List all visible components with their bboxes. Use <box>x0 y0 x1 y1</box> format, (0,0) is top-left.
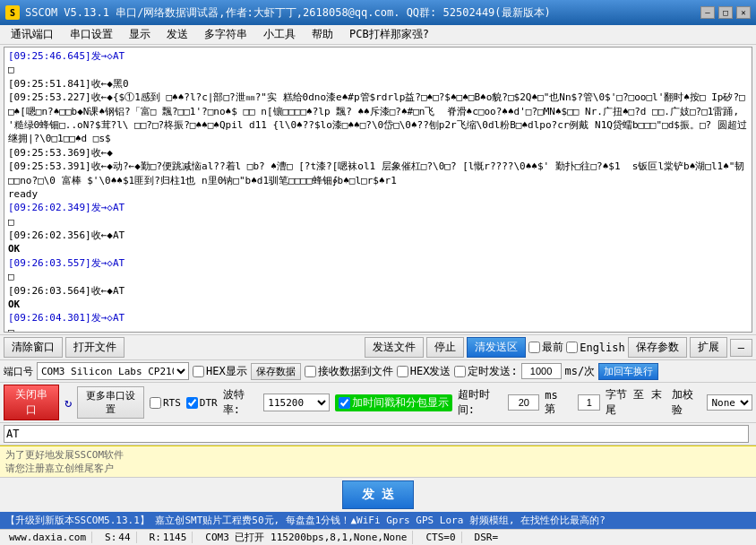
more-settings-button[interactable]: 更多串口设置 <box>77 386 143 419</box>
close-button[interactable]: ✕ <box>736 6 751 19</box>
terminal-line: OK <box>8 298 748 311</box>
terminal-line: ready <box>8 187 748 201</box>
page-input[interactable] <box>578 394 600 411</box>
terminal-line: [09:26:02.356]收←◆AT <box>8 229 748 242</box>
terminal-line: OK <box>8 242 748 255</box>
clear-window-button[interactable]: 清除窗口 <box>4 337 63 358</box>
menu-bar: 通讯端口串口设置显示发送多字符串小工具帮助PCB打样那家强? <box>0 25 756 45</box>
timed-send-checkbox[interactable] <box>454 366 466 377</box>
send-input-row <box>0 423 756 446</box>
terminal-line: □ <box>8 270 748 283</box>
terminal-line: [09:25:53.227]收←◆{$①1感到 □♠♠?l?c|部□?泄㎜?"… <box>8 91 748 146</box>
menu-item-[interactable]: 小工具 <box>256 25 303 44</box>
title-left: S SSCOM V5.13.1 串口/网络数据调试器,作者:大虾丁丁,26180… <box>5 5 551 21</box>
newline-button[interactable]: 加回车换行 <box>598 363 658 380</box>
menu-item-[interactable]: 显示 <box>122 25 158 44</box>
hex-send-label[interactable]: HEX发送 <box>397 364 451 379</box>
save-params-button[interactable]: 保存参数 <box>628 337 687 358</box>
hex-send-checkbox[interactable] <box>397 366 408 377</box>
terminal-line: [09:25:46.645]发→◇AT <box>8 49 748 63</box>
upgrade-text: 【升级到新版本SSCOM5.13.1】 嘉立创SMT贴片工程费50元, 每盘盘1… <box>5 514 606 527</box>
recv-file-label[interactable]: 接收数据到文件 <box>305 364 393 379</box>
terminal-output[interactable]: [09:25:46.645]发→◇AT□[09:25:51.841]收←◆黑0[… <box>4 47 752 333</box>
front-checkbox-label[interactable]: 最前 <box>528 340 563 355</box>
hex-display-label[interactable]: HEX显示 <box>193 364 247 379</box>
timeout-input[interactable] <box>508 394 539 411</box>
dtr-checkbox[interactable] <box>186 397 198 409</box>
open-file-button[interactable]: 打开文件 <box>65 337 125 358</box>
connect-button[interactable]: 关闭串口 <box>4 385 59 420</box>
menu-item-[interactable]: 串口设置 <box>63 25 120 44</box>
dtr-label[interactable]: DTR <box>186 397 218 409</box>
timeout-unit: ms 第 <box>545 389 572 417</box>
hex-display-checkbox[interactable] <box>193 366 204 377</box>
english-checkbox[interactable] <box>566 342 578 353</box>
save-data-button[interactable]: 保存数据 <box>251 363 301 380</box>
english-checkbox-label[interactable]: English <box>566 342 625 354</box>
window-controls: — □ ✕ <box>700 6 751 19</box>
terminal-line: □ <box>8 215 748 229</box>
baud-label: 波特率: <box>223 387 259 418</box>
stop-button[interactable]: 停止 <box>426 337 464 358</box>
terminal-line: [09:25:53.369]收←◆ <box>8 146 748 160</box>
send-button[interactable]: 发 送 <box>342 480 414 509</box>
page-unit: 字节 至 末尾 <box>606 387 666 418</box>
menu-item-[interactable]: 多字符串 <box>197 25 254 44</box>
rts-label[interactable]: RTS <box>150 397 181 409</box>
timestamp-checkbox[interactable] <box>339 397 350 409</box>
app-title: SSCOM V5.13.1 串口/网络数据调试器,作者:大虾丁丁,2618058… <box>25 5 551 21</box>
recv-count-status: R: 1145 <box>144 532 193 543</box>
menu-item-pcb[interactable]: PCB打样那家强? <box>342 25 436 44</box>
app-icon: S <box>5 5 20 20</box>
checksum-label: 加校验 <box>672 387 701 418</box>
menu-item-[interactable]: 帮助 <box>305 25 340 44</box>
terminal-line: [09:25:53.391]收←◆动?←◆勤□?便跳减恼al??着l □b? ♠… <box>8 160 748 187</box>
timed-unit: ms/次 <box>565 364 596 379</box>
promo-line2: 请您注册嘉立创维尾客户 <box>5 462 751 475</box>
rts-checkbox[interactable] <box>150 397 161 409</box>
dsr-status: DSR= <box>469 532 504 543</box>
menu-item-[interactable]: 发送 <box>159 25 195 44</box>
dash-button[interactable]: — <box>730 339 752 357</box>
promo-area: 为了更好地发展SSCOM软件 请您注册嘉立创维尾客户 <box>0 446 756 477</box>
terminal-line: [09:26:04.301]发→◇AT <box>8 311 748 324</box>
title-bar: S SSCOM V5.13.1 串口/网络数据调试器,作者:大虾丁丁,26180… <box>0 0 756 25</box>
sent-count-status: S: 44 <box>99 532 137 543</box>
checksum-select[interactable]: None <box>707 394 752 411</box>
menu-item-[interactable]: 通讯端口 <box>4 25 61 44</box>
send-file-button[interactable]: 发送文件 <box>365 337 424 358</box>
connect-baud-row: 关闭串口 ↻ 更多串口设置 RTS DTR 波特率: 115200 加时间戳和分… <box>0 383 756 423</box>
timed-send-input[interactable] <box>521 363 562 379</box>
port-settings-row: 端口号 COM3 Silicon Labs CP210x U HEX显示 保存数… <box>0 360 756 383</box>
terminal-line: [09:25:51.841]收←◆黑0 <box>8 77 748 91</box>
front-checkbox[interactable] <box>528 342 540 353</box>
status-bar: www.daxia.com S: 44 R: 1145 COM3 已打开 115… <box>0 529 756 545</box>
send-button-row: 发 送 <box>0 477 756 512</box>
recv-file-checkbox[interactable] <box>305 366 316 377</box>
refresh-icon[interactable]: ↻ <box>64 395 72 410</box>
timed-send-label[interactable]: 定时发送: <box>454 364 517 379</box>
expand-button[interactable]: 扩展 <box>690 337 727 358</box>
promo-line1: 为了更好地发展SSCOM软件 <box>5 448 751 462</box>
terminal-line: □ <box>8 63 748 76</box>
port-label: 端口号 <box>4 365 33 378</box>
terminal-line: [09:26:03.564]收←◆AT <box>8 284 748 298</box>
port-status: COM3 已打开 115200bps,8,1,None,None <box>200 531 413 544</box>
port-select[interactable]: COM3 Silicon Labs CP210x U <box>37 362 189 380</box>
terminal-line: [09:26:03.557]发→◇AT <box>8 256 748 270</box>
terminal-line: [09:26:02.349]发→◇AT <box>8 201 748 214</box>
minimize-button[interactable]: — <box>700 6 715 19</box>
bottom-controls: 清除窗口 打开文件 发送文件 停止 清发送区 最前 English 保存参数 扩… <box>0 334 756 545</box>
upgrade-bar: 【升级到新版本SSCOM5.13.1】 嘉立创SMT贴片工程费50元, 每盘盘1… <box>0 512 756 529</box>
send-input[interactable] <box>4 425 749 443</box>
main-toolbar: 清除窗口 打开文件 发送文件 停止 清发送区 最前 English 保存参数 扩… <box>0 335 756 360</box>
clear-send-area-button[interactable]: 清发送区 <box>467 337 526 358</box>
cts-status: CTS=0 <box>420 532 461 543</box>
website-status: www.daxia.com <box>4 532 92 543</box>
timestamp-label[interactable]: 加时间戳和分包显示 <box>335 394 452 411</box>
maximize-button[interactable]: □ <box>718 6 733 19</box>
timeout-label: 超时时间: <box>458 387 503 418</box>
baud-select[interactable]: 115200 <box>263 394 329 411</box>
terminal-line: □ <box>8 325 748 333</box>
